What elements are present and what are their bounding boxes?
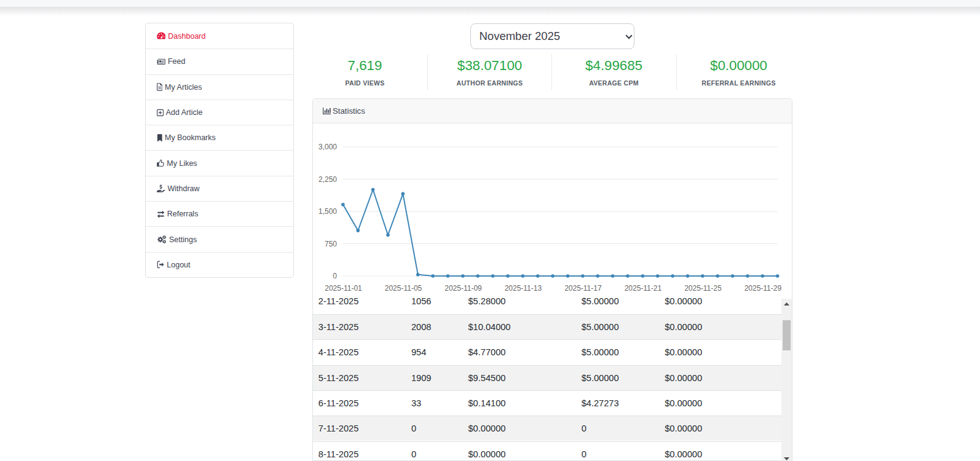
- svg-text:1,500: 1,500: [318, 207, 337, 216]
- svg-text:750: 750: [325, 240, 337, 248]
- svg-text:0: 0: [333, 272, 337, 280]
- svg-text:3,000: 3,000: [318, 143, 337, 151]
- svg-text:2,250: 2,250: [318, 175, 337, 184]
